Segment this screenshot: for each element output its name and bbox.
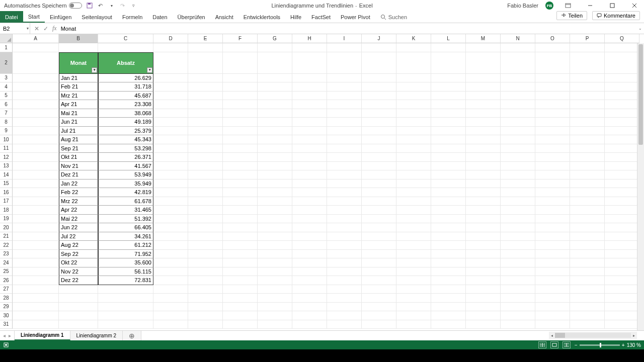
cell[interactable] xyxy=(466,258,501,267)
cell[interactable] xyxy=(292,285,327,294)
cell[interactable] xyxy=(396,52,431,74)
cell[interactable] xyxy=(223,118,258,127)
page-layout-view-icon[interactable] xyxy=(550,341,558,348)
cell[interactable] xyxy=(223,100,258,109)
cell[interactable] xyxy=(501,43,535,52)
cell[interactable] xyxy=(501,285,535,294)
zoom-level[interactable]: 130 % xyxy=(627,342,641,348)
cell[interactable] xyxy=(98,303,153,312)
cell[interactable] xyxy=(327,162,362,171)
cell[interactable] xyxy=(292,92,327,101)
cell[interactable] xyxy=(535,258,570,267)
cell[interactable] xyxy=(258,153,292,162)
sheet-tab-1[interactable]: Liniendiagramm 1 xyxy=(15,331,70,340)
cell[interactable] xyxy=(362,127,396,136)
cell[interactable] xyxy=(153,206,188,215)
cell[interactable]: Apr 22 xyxy=(59,206,98,215)
cell[interactable] xyxy=(466,144,501,153)
cell[interactable] xyxy=(292,135,327,144)
cell[interactable]: Jan 22 xyxy=(59,179,98,189)
cell[interactable] xyxy=(153,294,188,303)
autosave-toggle[interactable]: Automatisches Speichern xyxy=(4,3,82,9)
cell[interactable] xyxy=(396,144,431,153)
cell[interactable] xyxy=(466,188,501,197)
fx-icon[interactable]: fx xyxy=(52,25,57,32)
cell[interactable] xyxy=(188,311,223,320)
cell[interactable] xyxy=(431,250,466,259)
horizontal-scrollbar[interactable]: ◂ ▸ xyxy=(549,332,637,339)
cell[interactable] xyxy=(188,206,223,215)
sheet-prev-icon[interactable]: ◂ xyxy=(3,333,6,338)
cell[interactable] xyxy=(570,135,605,144)
cell[interactable]: 56.115 xyxy=(98,267,153,277)
cell[interactable] xyxy=(466,294,501,303)
cell[interactable] xyxy=(258,179,292,189)
cell[interactable] xyxy=(327,223,362,232)
accept-formula-icon[interactable]: ✓ xyxy=(43,25,48,32)
cell[interactable] xyxy=(362,215,396,224)
cell[interactable] xyxy=(292,232,327,241)
cell[interactable] xyxy=(431,43,466,52)
cell[interactable] xyxy=(605,52,639,74)
cell[interactable] xyxy=(13,276,59,285)
cell[interactable] xyxy=(605,179,639,189)
cell[interactable] xyxy=(153,320,188,329)
cell[interactable] xyxy=(431,294,466,303)
cell[interactable] xyxy=(605,92,639,101)
cell[interactable] xyxy=(258,267,292,277)
cell[interactable] xyxy=(258,197,292,206)
cell[interactable] xyxy=(153,241,188,250)
cell[interactable] xyxy=(327,127,362,136)
cell[interactable] xyxy=(153,311,188,320)
cell[interactable] xyxy=(570,250,605,259)
cell[interactable]: Mrz 21 xyxy=(59,92,98,101)
cell[interactable] xyxy=(605,223,639,232)
cell[interactable] xyxy=(501,311,535,320)
cell[interactable] xyxy=(59,285,98,294)
cell[interactable] xyxy=(362,267,396,277)
cell[interactable]: 31.718 xyxy=(98,82,153,92)
cell[interactable] xyxy=(431,74,466,83)
cell[interactable] xyxy=(327,232,362,241)
ribbon-display-icon[interactable] xyxy=(560,1,576,11)
cell[interactable]: Jun 21 xyxy=(59,118,98,127)
cell[interactable] xyxy=(223,206,258,215)
cell[interactable]: 42.819 xyxy=(98,188,153,197)
cell[interactable]: Aug 21 xyxy=(59,135,98,144)
cell[interactable] xyxy=(258,52,292,74)
cell[interactable] xyxy=(501,135,535,144)
cell[interactable] xyxy=(98,320,153,329)
cell[interactable] xyxy=(535,127,570,136)
cell[interactable] xyxy=(13,162,59,171)
cell[interactable] xyxy=(188,109,223,118)
cell[interactable] xyxy=(535,162,570,171)
cell[interactable] xyxy=(59,303,98,312)
cell[interactable] xyxy=(431,276,466,285)
cell[interactable] xyxy=(535,188,570,197)
cell[interactable] xyxy=(258,92,292,101)
cell[interactable] xyxy=(292,258,327,267)
cell[interactable] xyxy=(292,162,327,171)
cell[interactable] xyxy=(188,241,223,250)
cell[interactable] xyxy=(431,127,466,136)
cell[interactable]: Nov 22 xyxy=(59,267,98,277)
cell[interactable] xyxy=(396,170,431,179)
cell[interactable] xyxy=(153,92,188,101)
cell[interactable] xyxy=(188,303,223,312)
cell[interactable] xyxy=(98,294,153,303)
row-header[interactable]: 27 xyxy=(0,285,13,294)
cell[interactable] xyxy=(396,320,431,329)
cell[interactable] xyxy=(396,250,431,259)
cell[interactable] xyxy=(535,232,570,241)
column-header-Q[interactable]: Q xyxy=(605,34,639,43)
cell[interactable] xyxy=(223,320,258,329)
cell[interactable] xyxy=(570,232,605,241)
minimize-icon[interactable] xyxy=(583,1,598,11)
cell[interactable] xyxy=(327,276,362,285)
cell[interactable] xyxy=(13,223,59,232)
cell[interactable]: Mai 22 xyxy=(59,215,98,224)
cell[interactable] xyxy=(396,43,431,52)
cell[interactable] xyxy=(13,43,59,52)
column-header-I[interactable]: I xyxy=(327,34,362,43)
cell[interactable] xyxy=(396,118,431,127)
